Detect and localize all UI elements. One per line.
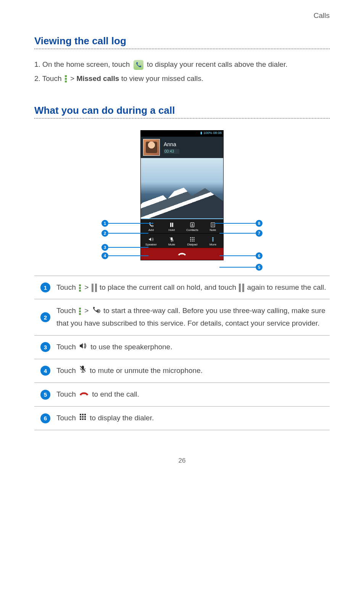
row-badge: 1 [34, 282, 56, 292]
more-icon [78, 284, 82, 292]
add-call-icon [141, 221, 161, 228]
badge-number: 4 [40, 366, 50, 376]
more-icon [64, 74, 68, 83]
table-row: 4 Touch to mute or unmute the microphone… [34, 359, 330, 383]
dialpad-icon [79, 412, 87, 424]
caller-name: Anna [164, 141, 179, 147]
status-bar: ▮ 100% 08:08 [141, 131, 223, 137]
svg-rect-0 [170, 223, 171, 227]
dialpad-icon [182, 236, 203, 243]
svg-rect-18 [193, 240, 194, 241]
badge-number: 6 [40, 413, 50, 423]
badge-number: 1 [40, 282, 50, 292]
step2-suffix: to view your missed calls. [121, 74, 203, 82]
chapter-header: Calls [34, 11, 330, 20]
note-button: Note [203, 219, 223, 233]
mountain-graphic [141, 184, 223, 218]
call-background [141, 158, 223, 219]
dialpad-button: Dialpad [182, 234, 203, 248]
svg-rect-28 [82, 414, 84, 415]
mute-button: Mute [161, 234, 182, 248]
contacts-label: Contacts [182, 228, 203, 232]
call-timer: 00:43 [164, 149, 179, 154]
svg-rect-16 [190, 240, 191, 241]
badge-number: 2 [40, 312, 50, 322]
leader-6 [219, 255, 256, 256]
leader-5 [219, 267, 256, 268]
caller-row: Anna 00:43 [141, 137, 223, 158]
table-row: 2 Touch > to start a three-way call. Bef… [34, 299, 330, 335]
svg-rect-10 [190, 237, 191, 238]
svg-rect-33 [80, 418, 81, 420]
svg-rect-19 [212, 237, 213, 238]
row-badge: 5 [34, 390, 56, 400]
pause-icon [91, 284, 98, 292]
badge-number: 5 [40, 390, 50, 400]
t: to mute or unmute the microphone. [90, 366, 203, 374]
more-icon [203, 236, 223, 243]
leader-2 [108, 233, 148, 234]
pin-5: 5 [256, 264, 263, 271]
t: Touch [56, 343, 78, 351]
contacts-icon [182, 221, 203, 228]
step-1: 1. On the home screen, touch to display … [34, 59, 330, 70]
row-badge: 6 [34, 413, 56, 423]
svg-rect-35 [84, 418, 86, 420]
status-text: 100% 08:08 [203, 131, 222, 135]
table-row: 1 Touch > to place the current call on h… [34, 276, 330, 299]
call-buttons-row1: Add Hold Contacts Note [141, 219, 223, 234]
svg-rect-15 [193, 239, 194, 240]
leader-1 [108, 223, 153, 224]
table-row: 3 Touch to use the speakerphone. [34, 336, 330, 359]
row-text: Touch to mute or unmute the microphone. [56, 365, 330, 377]
t: Touch [56, 283, 78, 291]
more-label: More [203, 243, 223, 246]
t: > [84, 283, 90, 291]
row-text: Touch to end the call. [56, 388, 330, 401]
svg-rect-17 [192, 240, 193, 241]
t: Touch [56, 390, 78, 398]
hold-label: Hold [161, 228, 182, 232]
section-title-during-call: What you can do during a call [34, 105, 330, 116]
t: Touch [56, 366, 78, 374]
mute-label: Mute [161, 243, 182, 246]
leader-4 [108, 255, 148, 256]
pause-icon [238, 284, 245, 292]
pin-7: 7 [256, 230, 263, 237]
speaker-icon [141, 236, 161, 243]
more-button: More [203, 234, 223, 248]
leader-7 [219, 233, 256, 234]
row-text: Touch > to place the current call on hol… [56, 281, 330, 294]
end-call-icon [177, 252, 187, 257]
svg-point-3 [192, 224, 193, 225]
t: again to resume the call. [247, 283, 326, 291]
svg-rect-11 [192, 237, 193, 238]
mute-icon [161, 236, 182, 243]
leader-8 [214, 223, 256, 224]
pin-2: 2 [101, 230, 108, 237]
dialpad-label: Dialpad [182, 243, 203, 246]
note-icon [203, 221, 223, 228]
end-call-icon [79, 389, 89, 401]
call-buttons-row2: Speaker Mute Dialpad More [141, 234, 223, 248]
t: to end the call. [92, 390, 139, 398]
caller-info: Anna 00:43 [164, 141, 179, 154]
svg-rect-13 [190, 239, 191, 240]
contact-avatar [143, 139, 160, 156]
hold-icon [161, 221, 182, 228]
step1-suffix: to display your recent calls above the d… [147, 60, 288, 68]
step2-bold: Missed calls [76, 74, 119, 82]
divider [34, 48, 330, 49]
page-number: 26 [34, 457, 330, 465]
svg-rect-1 [172, 223, 173, 227]
more-icon [78, 307, 82, 315]
note-label: Note [203, 228, 223, 232]
svg-rect-30 [80, 416, 81, 418]
divider [34, 118, 330, 119]
step2-gt: > [70, 74, 76, 82]
hold-button: Hold [161, 219, 182, 233]
speaker-label: Speaker [141, 243, 161, 246]
add-label: Add [141, 228, 161, 232]
pin-1: 1 [101, 220, 108, 227]
svg-rect-20 [212, 239, 213, 240]
